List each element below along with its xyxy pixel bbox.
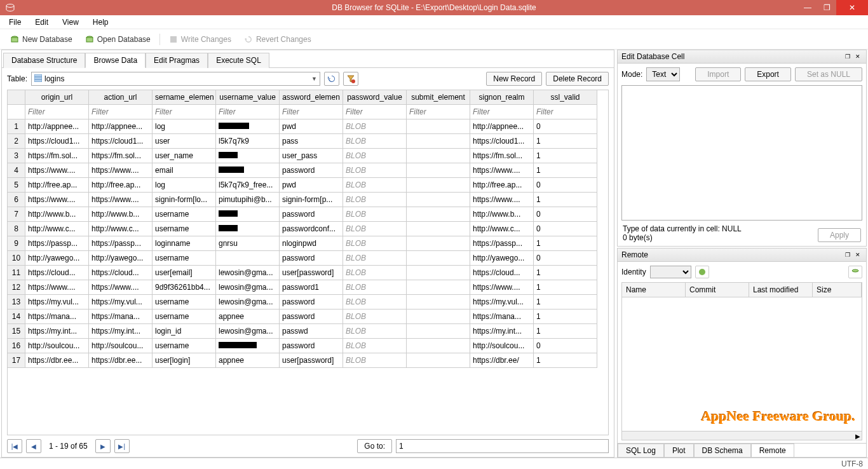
data-cell[interactable]: http://free.ap... xyxy=(89,178,153,193)
data-cell[interactable]: http://appnee... xyxy=(470,119,534,134)
data-cell[interactable]: http://appnee... xyxy=(25,119,89,134)
data-cell[interactable]: http://free.ap... xyxy=(25,178,89,193)
maximize-button[interactable]: ❐ xyxy=(817,0,836,15)
undock-icon[interactable]: ❐ xyxy=(843,52,852,61)
close-panel-icon[interactable]: ✕ xyxy=(853,52,862,61)
data-cell[interactable] xyxy=(407,207,470,222)
data-cell[interactable]: passwordconf... xyxy=(280,222,343,236)
data-cell[interactable]: username xyxy=(153,222,216,236)
data-cell[interactable] xyxy=(216,207,280,222)
data-cell[interactable]: http://www.b... xyxy=(89,207,153,222)
data-cell[interactable]: username xyxy=(153,251,216,266)
btab-plot[interactable]: Plot xyxy=(664,444,694,457)
data-cell[interactable]: https://www.... xyxy=(25,193,89,207)
revert-changes-button[interactable]: Revert Changes xyxy=(240,32,315,46)
data-cell[interactable]: user[password] xyxy=(280,353,343,368)
data-cell[interactable]: https://cloud... xyxy=(89,266,153,280)
data-cell[interactable] xyxy=(407,280,470,295)
filter-input-6[interactable] xyxy=(408,106,468,118)
data-cell[interactable]: https://mana... xyxy=(89,309,153,324)
data-cell[interactable]: BLOB xyxy=(343,251,407,266)
data-cell[interactable]: login_id xyxy=(153,324,216,339)
data-cell[interactable]: http://free.ap... xyxy=(470,178,534,193)
data-cell[interactable]: https://passp... xyxy=(89,236,153,251)
data-cell[interactable]: 0 xyxy=(534,119,597,134)
table-select[interactable]: logins ▼ xyxy=(31,72,320,86)
data-cell[interactable]: http://yawego... xyxy=(470,251,534,266)
data-cell[interactable] xyxy=(216,119,280,134)
btab-remote[interactable]: Remote xyxy=(751,444,794,457)
data-cell[interactable]: https://my.vul... xyxy=(470,295,534,309)
data-cell[interactable] xyxy=(407,149,470,163)
filter-input-3[interactable] xyxy=(217,106,278,118)
remote-refresh-icon[interactable] xyxy=(695,266,709,278)
filter-input-7[interactable] xyxy=(471,106,532,118)
data-cell[interactable]: https://cloud... xyxy=(25,266,89,280)
set-null-button[interactable]: Set as NULL xyxy=(795,67,862,81)
data-cell[interactable] xyxy=(407,134,470,149)
data-cell[interactable]: signin-form[lo... xyxy=(153,193,216,207)
col-header-6[interactable]: submit_element xyxy=(407,90,470,105)
data-cell[interactable]: https://www.... xyxy=(89,163,153,178)
data-cell[interactable]: log xyxy=(153,178,216,193)
data-cell[interactable]: username xyxy=(153,295,216,309)
data-cell[interactable]: 0 xyxy=(534,207,597,222)
data-cell[interactable]: 0 xyxy=(534,222,597,236)
data-cell[interactable] xyxy=(407,295,470,309)
last-page-button[interactable]: ▶| xyxy=(114,439,130,453)
data-cell[interactable]: BLOB xyxy=(343,149,407,163)
data-cell[interactable]: https://my.int... xyxy=(89,324,153,339)
data-cell[interactable] xyxy=(407,251,470,266)
data-cell[interactable]: https://www.... xyxy=(470,163,534,178)
data-cell[interactable]: http://www.c... xyxy=(25,222,89,236)
data-cell[interactable]: username xyxy=(153,309,216,324)
data-cell[interactable]: 1 xyxy=(534,266,597,280)
goto-button[interactable]: Go to: xyxy=(357,439,392,453)
data-cell[interactable]: https://www.... xyxy=(25,280,89,295)
row-header[interactable]: 5 xyxy=(8,178,25,193)
data-cell[interactable]: password xyxy=(280,251,343,266)
data-cell[interactable]: BLOB xyxy=(343,236,407,251)
data-cell[interactable]: 1 xyxy=(534,324,597,339)
col-header-7[interactable]: signon_realm xyxy=(470,90,534,105)
data-cell[interactable]: pimutupihi@b... xyxy=(216,193,280,207)
data-cell[interactable]: BLOB xyxy=(343,193,407,207)
col-header-5[interactable]: password_value xyxy=(343,90,407,105)
tab-browse-data[interactable]: Browse Data xyxy=(85,53,146,68)
close-button[interactable]: ✕ xyxy=(836,0,868,15)
data-cell[interactable]: password xyxy=(280,295,343,309)
data-cell[interactable]: email xyxy=(153,163,216,178)
data-cell[interactable]: BLOB xyxy=(343,119,407,134)
row-header[interactable]: 1 xyxy=(8,119,25,134)
data-cell[interactable]: https://mana... xyxy=(470,309,534,324)
row-header[interactable]: 14 xyxy=(8,309,25,324)
data-cell[interactable]: https://cloud1... xyxy=(470,134,534,149)
menu-help[interactable]: Help xyxy=(86,16,115,29)
data-cell[interactable] xyxy=(407,339,470,353)
data-cell[interactable]: https://mana... xyxy=(25,309,89,324)
data-cell[interactable]: BLOB xyxy=(343,353,407,368)
btab-db-schema[interactable]: DB Schema xyxy=(694,444,751,457)
col-header-3[interactable]: username_value xyxy=(216,90,280,105)
prev-page-button[interactable]: ◀ xyxy=(26,439,41,453)
data-cell[interactable]: log xyxy=(153,119,216,134)
data-cell[interactable]: BLOB xyxy=(343,295,407,309)
menu-view[interactable]: View xyxy=(56,16,85,29)
data-cell[interactable] xyxy=(216,149,280,163)
data-cell[interactable]: https://fm.sol... xyxy=(470,149,534,163)
data-cell[interactable] xyxy=(407,178,470,193)
data-cell[interactable]: lewosin@gma... xyxy=(216,295,280,309)
data-cell[interactable]: l5k7q7k9_free... xyxy=(216,178,280,193)
data-cell[interactable]: https://my.vul... xyxy=(25,295,89,309)
remote-hscroll[interactable]: ▶ xyxy=(622,431,862,440)
data-cell[interactable]: 1 xyxy=(534,134,597,149)
data-cell[interactable]: lewosin@gma... xyxy=(216,324,280,339)
data-cell[interactable]: http://www.b... xyxy=(470,207,534,222)
data-cell[interactable]: http://www.c... xyxy=(89,222,153,236)
data-cell[interactable]: https://my.int... xyxy=(470,324,534,339)
open-database-button[interactable]: Open Database xyxy=(81,32,154,46)
close-remote-icon[interactable]: ✕ xyxy=(853,250,862,259)
data-cell[interactable]: BLOB xyxy=(343,134,407,149)
row-header[interactable]: 15 xyxy=(8,324,25,339)
data-cell[interactable]: https://www.... xyxy=(89,280,153,295)
